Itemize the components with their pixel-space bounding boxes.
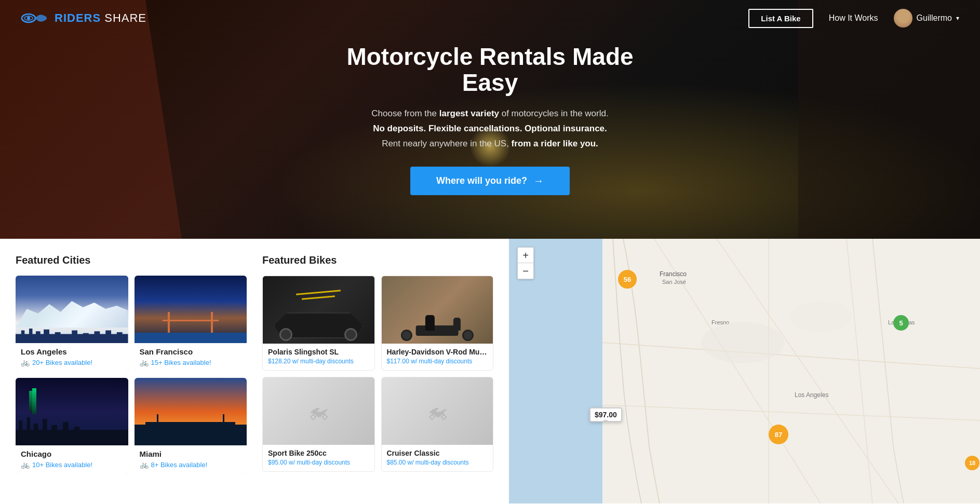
city-card-info-3: Chicago 🚲 10+ Bikes available! xyxy=(16,445,128,474)
bike-icon-3: 🚲 xyxy=(21,460,30,469)
navbar: RIDERS SHARE List A Bike How It Works Gu… xyxy=(0,0,980,36)
hero-subtitle: Choose from the largest variety of motor… xyxy=(319,106,662,152)
bike-icon: 🚲 xyxy=(21,358,30,366)
logo-icon xyxy=(21,10,49,26)
bike-card-3[interactable]: 🏍 Sport Bike 250cc $95.00 w/ multi-day d… xyxy=(262,377,375,472)
map-zoom-controls: + − xyxy=(517,247,534,279)
city-bikes-3: 🚲 10+ Bikes available! xyxy=(21,460,123,469)
bike-card-4[interactable]: 🏍 Cruiser Classic $85.00 w/ multi-day di… xyxy=(381,377,494,472)
city-card-sf[interactable]: San Francisco 🚲 15+ Bikes available! xyxy=(135,276,247,372)
bike-icon-4: 🚲 xyxy=(140,460,149,469)
city-bikes-la: 🚲 20+ Bikes available! xyxy=(21,358,123,366)
bike-card-info-slingshot: Polaris Slingshot SL $128.20 w/ multi-da… xyxy=(263,344,374,370)
left-panel: Featured Cities Los Angeles xyxy=(0,239,509,503)
map-container[interactable]: Francisco San José Fresno Las Vegas Los … xyxy=(509,239,980,503)
bike-price-3: $95.00 w/ multi-day discounts xyxy=(268,459,369,466)
chevron-down-icon: ▾ xyxy=(956,15,959,22)
city-name-4: Miami xyxy=(140,449,242,458)
two-sections: Featured Cities Los Angeles xyxy=(16,254,493,489)
svg-text:Los Angeles: Los Angeles xyxy=(795,391,828,399)
where-will-you-ride-button[interactable]: Where will you ride? → xyxy=(410,167,570,195)
bike-card-slingshot[interactable]: Polaris Slingshot SL $128.20 w/ multi-da… xyxy=(262,276,375,371)
user-name: Guillermo xyxy=(917,13,952,23)
how-it-works-link[interactable]: How It Works xyxy=(829,13,878,23)
bike-name-4: Cruiser Classic xyxy=(387,449,488,457)
zoom-in-button[interactable]: + xyxy=(518,248,533,263)
cluster-count-18: 18 xyxy=(969,460,975,466)
bike-price-4: $85.00 w/ multi-day discounts xyxy=(387,459,488,466)
map-svg: Francisco San José Fresno Las Vegas Los … xyxy=(509,239,980,503)
cluster-count-5: 5 xyxy=(899,319,903,327)
city-bikes-count-sf: 15+ Bikes available! xyxy=(151,359,211,366)
logo[interactable]: RIDERS SHARE xyxy=(21,10,146,26)
svg-point-16 xyxy=(701,322,784,363)
cluster-count-87: 87 xyxy=(775,431,782,439)
bike-card-info-harley: Harley-Davidson V-Rod Mus... $117.00 w/ … xyxy=(382,344,493,370)
city-bikes-4: 🚲 8+ Bikes available! xyxy=(140,460,242,469)
user-menu[interactable]: Guillermo ▾ xyxy=(894,9,959,28)
city-card-info-la: Los Angeles 🚲 20+ Bikes available! xyxy=(16,343,128,372)
hero-content: Motorcycle Rentals Made Easy Choose from… xyxy=(308,44,672,196)
cluster-marker-56[interactable]: 56 xyxy=(618,270,637,289)
bike-image-4: 🏍 xyxy=(382,377,493,445)
svg-text:San José: San José xyxy=(662,279,686,285)
city-card-info-sf: San Francisco 🚲 15+ Bikes available! xyxy=(135,343,247,372)
avatar xyxy=(894,9,912,28)
price-marker[interactable]: $97.00 xyxy=(589,407,622,422)
zoom-out-button[interactable]: − xyxy=(518,263,533,279)
city-bikes-count-4: 8+ Bikes available! xyxy=(151,461,208,469)
city-bikes-sf: 🚲 15+ Bikes available! xyxy=(140,358,242,366)
city-name-sf: San Francisco xyxy=(140,347,242,356)
city-card-3[interactable]: Chicago 🚲 10+ Bikes available! xyxy=(16,378,128,474)
price-marker-value: $97.00 xyxy=(595,411,617,419)
svg-point-17 xyxy=(789,301,852,332)
bike-name-harley: Harley-Davidson V-Rod Mus... xyxy=(387,348,488,356)
cluster-marker-18[interactable]: 18 xyxy=(965,456,979,470)
bike-price-harley: $117.00 w/ multi-day discounts xyxy=(387,358,488,365)
city-card-info-4: Miami 🚲 8+ Bikes available! xyxy=(135,445,247,474)
cta-label: Where will you ride? xyxy=(436,175,527,186)
list-bike-button[interactable]: List A Bike xyxy=(748,9,813,28)
hero-title: Motorcycle Rentals Made Easy xyxy=(319,44,662,96)
city-bikes-count-3: 10+ Bikes available! xyxy=(32,461,92,469)
city-bikes-count-la: 20+ Bikes available! xyxy=(32,359,92,366)
bike-price-slingshot: $128.20 w/ multi-day discounts xyxy=(268,358,369,365)
logo-riders: RIDERS xyxy=(55,11,101,24)
city-name-3: Chicago xyxy=(21,449,123,458)
navbar-right: List A Bike How It Works Guillermo ▾ xyxy=(748,9,959,28)
svg-rect-4 xyxy=(602,239,980,503)
svg-text:Francisco: Francisco xyxy=(660,270,687,278)
map-panel: Francisco San José Fresno Las Vegas Los … xyxy=(509,239,980,503)
bike-name-3: Sport Bike 250cc xyxy=(268,449,369,457)
avatar-image xyxy=(894,9,912,28)
cluster-marker-87[interactable]: 87 xyxy=(769,425,788,444)
bike-image-3: 🏍 xyxy=(263,377,374,445)
featured-bikes-title: Featured Bikes xyxy=(262,254,493,266)
city-card-la[interactable]: Los Angeles 🚲 20+ Bikes available! xyxy=(16,276,128,372)
cluster-count-56: 56 xyxy=(624,276,631,283)
arrow-right-icon: → xyxy=(533,175,544,187)
svg-point-2 xyxy=(27,17,30,20)
city-name-la: Los Angeles xyxy=(21,347,123,356)
featured-cities-section: Featured Cities Los Angeles xyxy=(16,254,247,489)
city-grid: Los Angeles 🚲 20+ Bikes available! xyxy=(16,276,247,474)
bike-card-info-4: Cruiser Classic $85.00 w/ multi-day disc… xyxy=(382,445,493,471)
bike-card-harley[interactable]: Harley-Davidson V-Rod Mus... $117.00 w/ … xyxy=(381,276,494,371)
city-card-4[interactable]: Miami 🚲 8+ Bikes available! xyxy=(135,378,247,474)
logo-share: SHARE xyxy=(101,11,146,24)
bike-icon-sf: 🚲 xyxy=(140,358,149,366)
main-content: Featured Cities Los Angeles xyxy=(0,239,980,503)
bike-card-info-3: Sport Bike 250cc $95.00 w/ multi-day dis… xyxy=(263,445,374,471)
featured-cities-title: Featured Cities xyxy=(16,254,247,266)
bike-name-slingshot: Polaris Slingshot SL xyxy=(268,348,369,356)
cluster-marker-5[interactable]: 5 xyxy=(893,315,909,331)
featured-bikes-section: Featured Bikes xyxy=(262,254,493,489)
bike-grid: Polaris Slingshot SL $128.20 w/ multi-da… xyxy=(262,276,493,472)
